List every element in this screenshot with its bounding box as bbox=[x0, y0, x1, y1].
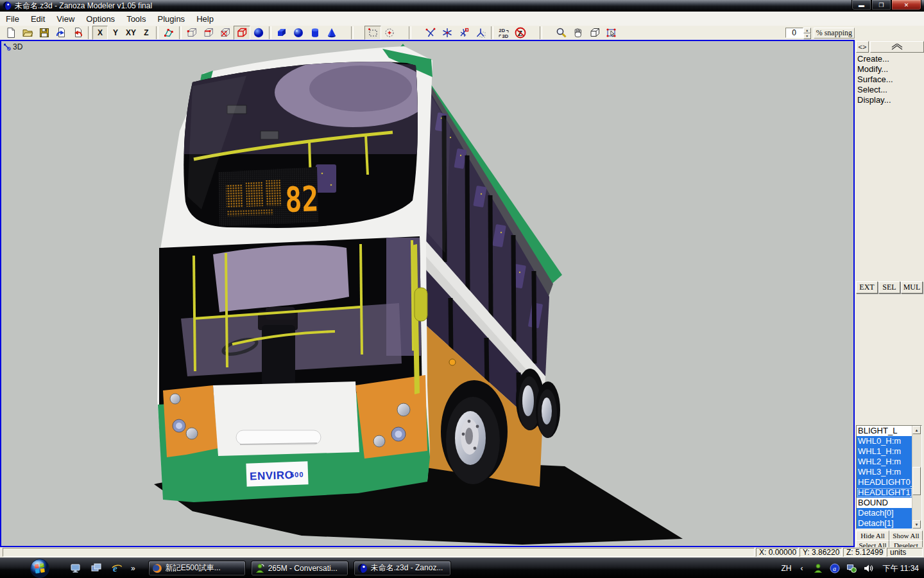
import-button[interactable] bbox=[53, 26, 69, 40]
tray-messenger-icon[interactable] bbox=[813, 563, 823, 574]
edit-vertices-button[interactable] bbox=[160, 26, 177, 40]
taskbar-button-firefox[interactable]: 新記E500試車... bbox=[148, 561, 246, 576]
menu-help[interactable]: Help bbox=[191, 13, 219, 25]
menu-bar: File Edit View Options Tools Plugins Hel… bbox=[0, 12, 924, 26]
open-file-button[interactable] bbox=[19, 26, 36, 40]
create-box-button[interactable] bbox=[273, 26, 290, 40]
create-cylinder-button[interactable] bbox=[307, 26, 323, 40]
rotate-tool-button[interactable] bbox=[439, 26, 456, 40]
tray-volume-icon[interactable] bbox=[863, 563, 873, 574]
restore-button[interactable]: ❐ bbox=[871, 0, 891, 10]
panel-menu-select[interactable]: Select... bbox=[856, 85, 923, 95]
menu-edit[interactable]: Edit bbox=[25, 13, 51, 25]
show-all-button[interactable]: Show All bbox=[889, 530, 923, 541]
edge-mode-button[interactable] bbox=[200, 26, 217, 40]
create-sphere-button[interactable] bbox=[290, 26, 307, 40]
list-item[interactable]: Detach[1] bbox=[857, 518, 912, 529]
export-button[interactable] bbox=[69, 26, 86, 40]
double-chevron-icon bbox=[884, 44, 910, 50]
sel-mode-button[interactable]: SEL bbox=[878, 281, 900, 293]
view-cube-button[interactable] bbox=[586, 26, 603, 40]
zoom-tool-button[interactable] bbox=[553, 26, 570, 40]
save-file-button[interactable] bbox=[36, 26, 53, 40]
list-item[interactable]: WHL3_H:m bbox=[857, 467, 912, 477]
panel-menu-create[interactable]: Create... bbox=[856, 54, 923, 64]
quick-launch-overflow-chevron[interactable]: » bbox=[131, 564, 135, 573]
status-x-coordinate: X: 0.00000 bbox=[756, 548, 798, 557]
objects-list: BLIGHT_L WHL0_H:m WHL1_H:m WHL2_H:m WHL3… bbox=[856, 425, 922, 529]
pan-tool-button[interactable] bbox=[570, 26, 586, 40]
create-cone-button[interactable] bbox=[323, 26, 340, 40]
menu-file[interactable]: File bbox=[0, 13, 25, 25]
show-desktop-icon[interactable] bbox=[70, 563, 81, 574]
select-move-button[interactable] bbox=[603, 26, 620, 40]
list-item[interactable]: HEADLIGHT1_H bbox=[857, 487, 912, 498]
toggle-2d-3d-button[interactable]: 2D3D bbox=[495, 26, 512, 40]
tray-network-icon[interactable] bbox=[846, 563, 857, 574]
face-mode-button[interactable] bbox=[217, 26, 234, 40]
list-item[interactable]: Detach[0] bbox=[857, 508, 912, 518]
axis-x-button[interactable]: X bbox=[92, 26, 108, 40]
menu-options[interactable]: Options bbox=[80, 13, 121, 25]
snapping-down-button[interactable]: ▼ bbox=[803, 33, 811, 39]
select-circle-button[interactable] bbox=[381, 26, 398, 40]
list-item[interactable]: WHL1_H:m bbox=[857, 446, 912, 457]
close-button[interactable]: ✕ bbox=[891, 0, 921, 10]
z-disabled-icon: Z bbox=[515, 27, 526, 39]
ext-mode-button[interactable]: EXT bbox=[856, 281, 878, 293]
toolbar-separator bbox=[409, 26, 411, 39]
scroll-down-button[interactable]: ▼ bbox=[912, 520, 921, 529]
tray-expand-chevron[interactable]: ‹ bbox=[801, 564, 803, 573]
scale-tool-button[interactable] bbox=[456, 26, 472, 40]
list-item[interactable]: WHL0_H:m bbox=[857, 436, 912, 446]
menu-plugins[interactable]: Plugins bbox=[151, 13, 191, 25]
select-rectangle-button[interactable] bbox=[364, 26, 381, 40]
start-button[interactable] bbox=[30, 558, 50, 578]
import-arrow-icon bbox=[55, 27, 67, 39]
scroll-thumb[interactable] bbox=[912, 467, 921, 495]
language-indicator[interactable]: ZH bbox=[782, 564, 792, 573]
switch-windows-icon[interactable] bbox=[90, 563, 102, 574]
minimize-button[interactable]: ▬ bbox=[851, 0, 871, 10]
hide-all-button[interactable]: Hide All bbox=[856, 530, 889, 541]
taskbar-button-messenger[interactable]: 265M - Conversati... bbox=[251, 561, 348, 576]
axis-z-button[interactable]: Z bbox=[139, 26, 154, 40]
snapping-input[interactable] bbox=[785, 28, 803, 38]
list-item[interactable]: WHL2_H:m bbox=[857, 457, 912, 467]
move-tool-button[interactable] bbox=[422, 26, 439, 40]
panel-menu-display[interactable]: Display... bbox=[856, 95, 923, 105]
mul-mode-button[interactable]: MUL bbox=[901, 281, 923, 293]
axis-y-button[interactable]: Y bbox=[108, 26, 123, 40]
new-file-button[interactable] bbox=[3, 26, 19, 40]
list-scrollbar[interactable]: ▲ ▼ bbox=[912, 426, 921, 529]
select-rectangle-icon bbox=[367, 27, 379, 39]
z-lock-button[interactable]: Z bbox=[512, 26, 529, 40]
title-bar[interactable]: 未命名.z3d - Zanoza Modeler v1.05 final ▬ ❐… bbox=[0, 0, 924, 12]
snapping-up-button[interactable]: ▲ bbox=[803, 28, 811, 33]
element-mode-button[interactable] bbox=[250, 26, 267, 40]
internet-explorer-icon[interactable]: e bbox=[111, 563, 123, 574]
menu-view[interactable]: View bbox=[51, 13, 80, 25]
menu-tools[interactable]: Tools bbox=[121, 13, 151, 25]
destination-display: 82 bbox=[218, 167, 319, 226]
taskbar-clock[interactable]: 下午 11:34 bbox=[883, 563, 919, 574]
viewport-3d[interactable]: 3D bbox=[0, 40, 855, 547]
scroll-up-button[interactable]: ▲ bbox=[912, 426, 921, 434]
panel-expander-button[interactable] bbox=[870, 41, 924, 53]
viewport-label: 3D bbox=[3, 42, 22, 51]
tray-input-method-icon[interactable]: a bbox=[830, 563, 840, 574]
axis-xy-button[interactable]: XY bbox=[123, 26, 139, 40]
list-item[interactable]: BOUND bbox=[857, 498, 912, 508]
sphere-primitive-icon bbox=[293, 27, 304, 39]
panel-menu-surface[interactable]: Surface... bbox=[856, 74, 923, 85]
vertex-mode-button[interactable] bbox=[184, 26, 200, 40]
panel-collapse-button[interactable]: <> bbox=[856, 41, 869, 53]
panel-menu-modify[interactable]: Modify... bbox=[856, 64, 923, 74]
object-mode-button[interactable] bbox=[234, 26, 250, 40]
list-item[interactable]: HEADLIGHT0_H bbox=[857, 477, 912, 487]
taskbar-button-zmodeler[interactable]: 未命名.z3d - Zanoz... bbox=[354, 561, 451, 576]
list-item[interactable]: BLIGHT_L bbox=[857, 426, 912, 436]
panel-menu: Create... Modify... Surface... Select...… bbox=[856, 54, 923, 105]
edge-mode-cube-icon bbox=[203, 27, 214, 39]
mirror-tool-button[interactable] bbox=[472, 26, 489, 40]
